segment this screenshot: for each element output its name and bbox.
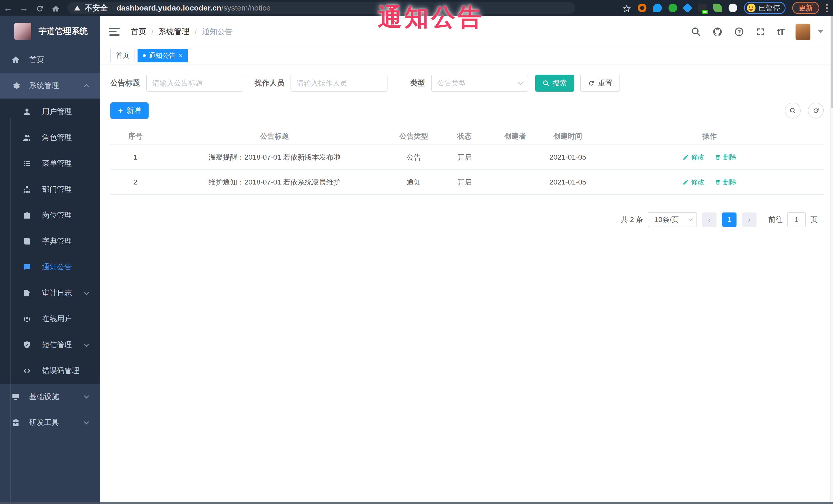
avatar[interactable] [795, 24, 810, 40]
extension-icon-orange[interactable] [638, 4, 646, 12]
app-logo [15, 23, 31, 40]
sidebar-item-roles[interactable]: 角色管理 [0, 124, 100, 150]
extension-icon-light[interactable] [729, 4, 737, 12]
help-icon[interactable] [734, 27, 744, 37]
edit-label: 修改 [691, 177, 705, 187]
extension-icon-blue-drop[interactable] [653, 4, 662, 12]
sidebar-item-sms[interactable]: 短信管理 [0, 332, 100, 358]
browser-update-button[interactable]: 更新 [792, 2, 819, 14]
sidebar-item-audit-log[interactable]: 审计日志 [0, 280, 100, 306]
edit-link[interactable]: 修改 [683, 153, 705, 162]
chevron-up-icon [84, 84, 89, 89]
profile-emoji-icon [747, 4, 756, 12]
sidebar-item-home[interactable]: 首页 [0, 47, 100, 73]
browser-menu-icon[interactable] [826, 4, 828, 12]
list-icon [23, 159, 31, 168]
bookmark-star-icon[interactable] [622, 4, 631, 12]
browser-back-icon[interactable]: ← [0, 3, 16, 13]
sidebar-item-label: 研发工具 [29, 417, 59, 428]
cell-type: 公告 [389, 152, 439, 162]
page-number-button[interactable]: 1 [722, 213, 737, 227]
browser-profile-chip[interactable]: 已暂停 [744, 2, 786, 14]
users-icon [23, 133, 31, 142]
chevron-down-icon [689, 217, 693, 221]
edit-label: 修改 [691, 153, 705, 162]
refresh-table-button[interactable] [808, 103, 824, 119]
breadcrumb-home[interactable]: 首页 [131, 26, 146, 37]
cell-status: 开启 [439, 152, 490, 162]
sidebar-item-depts[interactable]: 部门管理 [0, 176, 100, 202]
chevron-down-icon [84, 419, 89, 425]
notice-title-input[interactable] [146, 75, 243, 92]
chevron-down-icon [84, 393, 89, 399]
extension-icon-switch[interactable]: on [698, 4, 707, 12]
sidebar-item-menus[interactable]: 菜单管理 [0, 150, 100, 176]
search-icon[interactable] [691, 27, 701, 37]
sidebar-logo-row[interactable]: 芋道管理系统 [0, 16, 100, 47]
browser-home-icon[interactable] [48, 3, 64, 13]
add-button-label: 新增 [126, 106, 141, 116]
col-header-creator: 创建者 [490, 131, 540, 141]
page-size-select[interactable]: 10条/页 [648, 212, 697, 227]
close-icon[interactable]: × [178, 52, 183, 59]
chevron-down-icon [84, 341, 89, 347]
tab-home[interactable]: 首页 [110, 49, 135, 62]
url-path: /system/notice [221, 4, 270, 12]
reset-button[interactable]: 重置 [580, 75, 620, 92]
scrollbar-thumb[interactable] [831, 16, 833, 108]
browser-forward-icon[interactable]: → [16, 3, 32, 13]
sidebar-submenu-system: 用户管理 角色管理 菜单管理 部门管理 岗位管理 字典管理 [0, 99, 100, 384]
notice-type-select[interactable]: 公告类型 [431, 75, 528, 92]
sidebar-collapse-icon[interactable] [109, 28, 120, 36]
goto-label: 前往 [768, 215, 783, 224]
extension-icon-green[interactable] [668, 4, 677, 12]
font-size-icon[interactable]: tT [777, 27, 784, 37]
sidebar-item-label: 菜单管理 [42, 158, 72, 169]
edit-link[interactable]: 修改 [683, 177, 705, 187]
cell-status: 开启 [439, 177, 490, 187]
sidebar-item-error-code[interactable]: 错误码管理 [0, 358, 100, 384]
github-icon[interactable] [712, 27, 723, 37]
delete-link[interactable]: 删除 [715, 177, 737, 187]
url-text: dashboard.yudao.iocoder.cn/system/notice [117, 4, 270, 12]
scrollbar[interactable] [830, 16, 833, 504]
sidebar-item-notice[interactable]: 通知公告 [0, 254, 100, 280]
sidebar-item-dict[interactable]: 字典管理 [0, 228, 100, 254]
sidebar-item-infra[interactable]: 基础设施 [0, 384, 100, 410]
sidebar-item-users[interactable]: 用户管理 [0, 99, 100, 124]
sidebar-item-label: 首页 [29, 55, 44, 65]
sidebar-item-system[interactable]: 系统管理 [0, 73, 100, 99]
tab-notice[interactable]: 通知公告 × [138, 49, 188, 62]
select-placeholder: 公告类型 [437, 78, 466, 88]
goto-page-input[interactable] [787, 212, 806, 227]
breadcrumb-system[interactable]: 系统管理 [159, 26, 189, 37]
search-button[interactable]: 搜索 [535, 75, 574, 92]
sidebar-item-label: 基础设施 [29, 391, 59, 402]
refresh-icon [588, 80, 595, 87]
table-tools [785, 103, 824, 119]
operator-input[interactable] [290, 75, 387, 92]
browser-reload-icon[interactable] [32, 3, 48, 13]
sidebar-item-devtools[interactable]: 研发工具 [0, 410, 100, 435]
toggle-search-button[interactable] [785, 103, 801, 119]
cell-index: 2 [110, 178, 160, 186]
col-header-status: 状态 [439, 131, 490, 141]
add-button[interactable]: + 新增 [110, 102, 149, 119]
refresh-icon [812, 107, 819, 114]
address-bar[interactable]: 不安全 dashboard.yudao.iocoder.cn/system/no… [67, 2, 575, 14]
extension-icon-leaf[interactable] [713, 4, 722, 12]
next-page-button[interactable]: › [742, 213, 757, 227]
shield-icon [23, 340, 31, 349]
sidebar-item-label: 审计日志 [42, 288, 72, 298]
fullscreen-icon[interactable] [756, 27, 766, 37]
cell-title: 温馨提醒：2018-07-01 若依新版本发布啦 [160, 152, 389, 162]
prev-page-button[interactable]: ‹ [702, 213, 716, 227]
reset-button-label: 重置 [598, 78, 612, 88]
extension-icon-gem[interactable] [682, 3, 693, 13]
online-icon [23, 315, 31, 323]
sidebar-item-posts[interactable]: 岗位管理 [0, 202, 100, 228]
delete-link[interactable]: 删除 [715, 153, 737, 162]
sidebar-item-online-users[interactable]: 在线用户 [0, 306, 100, 332]
avatar-caret-icon[interactable] [818, 30, 823, 33]
profile-paused-label: 已暂停 [759, 3, 780, 13]
